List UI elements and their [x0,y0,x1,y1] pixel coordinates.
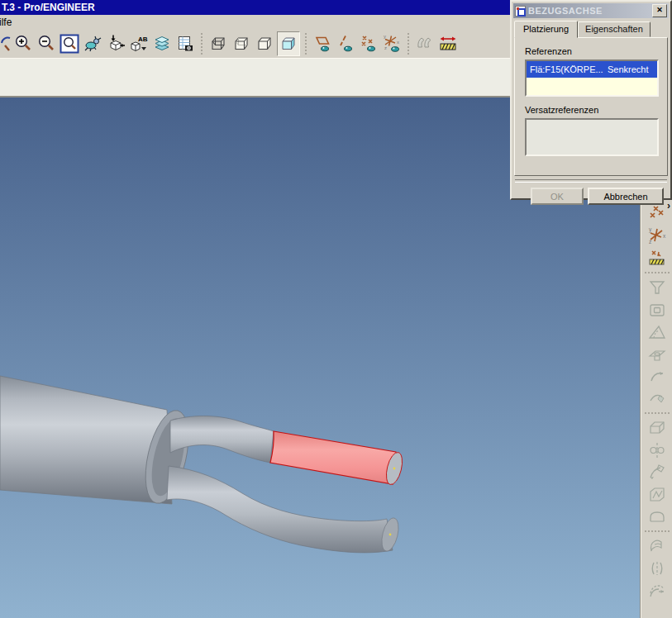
zoom-fit-icon[interactable] [59,32,80,55]
toolbar-separator [407,33,409,55]
svg-text:y: y [649,226,652,233]
dimension-display-icon[interactable] [437,32,459,55]
dialog-separator [515,179,667,183]
sidebar-separator [645,272,670,273]
point-display-icon[interactable] [358,32,379,55]
toolbar-expand-icon[interactable]: › [667,202,670,210]
hidden-line-display-icon[interactable] [231,32,252,55]
svg-text:z: z [384,45,387,50]
reference-list[interactable]: Flä:F15(KÖRPE... Senkrecht [525,59,659,97]
dialog-buttons: OK Abbrechen [512,188,664,205]
tab-platzierung[interactable]: Platzierung [514,21,578,38]
ok-button[interactable]: OK [531,188,584,205]
datum-point-tool-icon[interactable] [646,202,668,225]
sweep-tool-icon [646,461,668,483]
csys-display-icon[interactable]: yxz [381,32,403,55]
references-label: Referenzen [525,46,659,56]
close-icon[interactable]: ✕ [652,4,667,17]
cancel-button[interactable]: Abbrechen [588,188,664,205]
redraw-icon[interactable] [1,32,11,55]
reference-list-item[interactable]: Flä:F15(KÖRPE... Senkrecht [527,61,657,78]
nested-sketch-tool-icon [646,298,668,321]
lower-wire-datum-point[interactable] [389,534,392,536]
svg-text:x: x [397,40,399,45]
offset-references-label: Versatzreferenzen [525,105,659,115]
offset-tool-icon [646,579,668,601]
datum-axis-display-icon[interactable] [335,32,356,55]
svg-text:x: x [663,233,666,239]
tab-eigenschaften[interactable]: Eigenschaften [578,21,651,37]
swept-blend-tool-icon [646,483,668,506]
layers-icon[interactable] [151,32,173,55]
solid-box-tool-icon [646,416,668,439]
datum-plane-tool-icon [646,321,668,343]
shaded-display-icon[interactable] [277,31,300,56]
svg-text:y: y [384,34,386,39]
toolbar-separator [305,33,307,55]
feature-toolbar: › yxz [641,200,672,618]
placement-tab-pane: Referenzen Flä:F15(KÖRPE... Senkrecht Ve… [514,37,668,176]
dialog-icon [515,6,526,17]
offset-reference-list[interactable] [525,118,659,156]
curve-tool-icon [646,365,668,387]
orient-mode-icon[interactable] [82,32,103,55]
selection-filter-tool-icon [646,276,668,298]
sketch-tool-icon[interactable] [646,247,668,269]
datum-axis-dialog: BEZUGSACHSE ✕ Platzierung Eigenschaften … [510,0,672,200]
reorient-view-icon[interactable] [105,32,126,55]
zoom-in-icon[interactable] [12,32,34,55]
zoom-out-icon[interactable] [36,32,57,55]
saved-views-icon[interactable]: AB [128,32,150,55]
no-hidden-display-icon[interactable] [254,32,275,55]
sidebar-separator [645,530,670,532]
toolbar-separator [201,33,203,55]
dialog-title-bar[interactable]: BEZUGSACHSE ✕ [513,3,669,18]
annotation-display-icon [414,32,436,55]
datum-csys-tool-icon[interactable]: yxz [646,225,668,247]
menu-item-help[interactable]: ilfe [0,17,15,28]
extrude-tool-icon [646,343,668,365]
mirror-tool-icon [646,557,668,579]
datum-plane-display-icon[interactable] [312,32,333,55]
dialog-tabs: Platzierung Eigenschaften [514,20,670,37]
view-manager-icon[interactable] [174,32,196,55]
svg-text:AB: AB [138,36,148,43]
revolve-tool-icon [646,439,668,461]
svg-text:z: z [649,239,651,245]
sidebar-separator [645,412,670,414]
curve-edit-tool-icon [646,387,668,410]
upper-wire-datum-point[interactable] [393,468,396,470]
reference-constraint[interactable]: Senkrecht [608,64,649,74]
wireframe-display-icon[interactable] [207,32,229,55]
window-title: T.3 - Pro/ENGINEER [2,2,95,13]
shell-tool-icon [646,506,668,528]
dialog-title: BEZUGSACHSE [528,6,652,16]
surface-copy-tool-icon [646,535,668,557]
reference-name: Flä:F15(KÖRPE... [530,64,608,74]
proengineer-window: T.3 - Pro/ENGINEER ilfe AB [0,0,672,618]
